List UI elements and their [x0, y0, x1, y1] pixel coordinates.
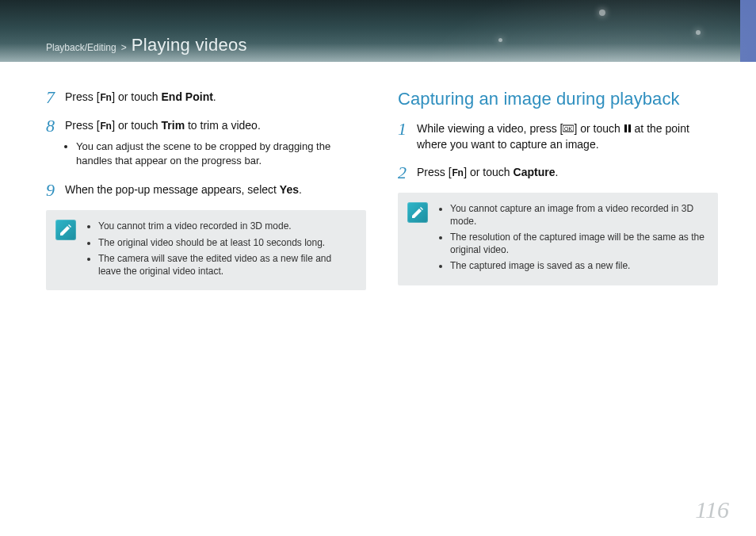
step-text: Press [Fn] or touch Capture.: [417, 164, 558, 182]
step-number: 2: [398, 164, 409, 182]
list-item: You cannot trim a video recorded in 3D m…: [98, 220, 353, 232]
list-item: The captured image is saved as a new fil…: [450, 259, 705, 272]
breadcrumb-section: Playback/Editing: [46, 42, 116, 53]
step-number: 7: [46, 89, 57, 106]
note-box: You cannot trim a video recorded in 3D m…: [46, 210, 366, 290]
svg-rect-2: [624, 124, 627, 132]
step-number: 1: [398, 121, 409, 153]
breadcrumb: Playback/Editing > Playing videos: [46, 35, 247, 56]
step-9: 9 When the pop-up message appears, selec…: [46, 182, 366, 199]
fn-key-icon: Fn: [100, 91, 113, 105]
decorative-sparkle: [498, 38, 502, 42]
section-color-tab: [740, 0, 756, 62]
note-list: You cannot trim a video recorded in 3D m…: [86, 220, 353, 281]
decorative-sparkle: [696, 30, 701, 35]
step-1: 1 While viewing a video, press [OK] or t…: [398, 121, 718, 153]
pencil-note-icon: [407, 202, 428, 223]
bold-term: Capture: [514, 166, 556, 178]
ok-button-icon: OK: [563, 122, 574, 135]
content-columns: 7 Press [Fn] or touch End Point. 8 Press…: [0, 62, 756, 290]
list-item: You cannot capture an image from a video…: [450, 202, 705, 228]
pencil-note-icon: [55, 220, 76, 240]
list-item: You can adjust the scene to be cropped b…: [76, 140, 366, 167]
list-item: The resolution of the captured image wil…: [450, 231, 705, 256]
sub-bullet-list: You can adjust the scene to be cropped b…: [65, 140, 366, 167]
step-text: Press [Fn] or touch Trim to trim a video…: [65, 117, 366, 170]
svg-rect-3: [628, 124, 631, 132]
right-column: Capturing an image during playback 1 Whi…: [398, 89, 718, 290]
step-number: 9: [46, 182, 57, 199]
list-item: The original video should be at least 10…: [98, 236, 353, 249]
page-number: 116: [695, 496, 729, 523]
bold-term: Trim: [162, 119, 185, 132]
note-list: You cannot capture an image from a video…: [437, 202, 705, 276]
page-root: Playback/Editing > Playing videos 7 Pres…: [0, 0, 756, 536]
step-text: When the pop-up message appears, select …: [65, 182, 302, 199]
bold-term: Yes: [280, 183, 299, 196]
step-text: Press [Fn] or touch End Point.: [65, 89, 216, 106]
step-number: 8: [46, 117, 57, 170]
step-8: 8 Press [Fn] or touch Trim to trim a vid…: [46, 117, 366, 170]
step-7: 7 Press [Fn] or touch End Point.: [46, 89, 366, 106]
fn-key-icon: Fn: [452, 167, 464, 180]
decorative-sparkle: [599, 10, 605, 16]
step-text: While viewing a video, press [OK] or tou…: [417, 121, 718, 153]
page-title: Playing videos: [132, 35, 247, 56]
pause-icon: [624, 122, 632, 135]
breadcrumb-separator: >: [121, 42, 127, 53]
step-2: 2 Press [Fn] or touch Capture.: [398, 164, 718, 182]
list-item: The camera will save the edited video as…: [98, 252, 353, 278]
left-column: 7 Press [Fn] or touch End Point. 8 Press…: [46, 89, 366, 290]
page-header-banner: Playback/Editing > Playing videos: [0, 0, 756, 62]
section-heading: Capturing an image during playback: [398, 89, 718, 109]
svg-text:OK: OK: [564, 126, 572, 132]
bold-term: End Point: [162, 90, 213, 103]
note-box: You cannot capture an image from a video…: [398, 193, 718, 285]
fn-key-icon: Fn: [100, 120, 113, 133]
